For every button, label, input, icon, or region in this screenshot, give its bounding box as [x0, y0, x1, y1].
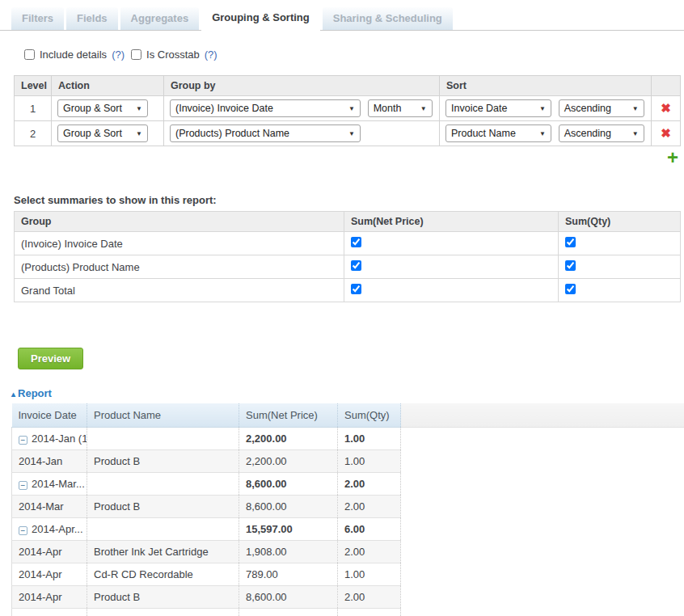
groupby-select-value: (Products) Product Name [175, 128, 289, 139]
sort-order-value: Ascending [564, 103, 611, 114]
chevron-down-icon: ▼ [632, 105, 639, 112]
summaries-header-netprice: Sum(Net Price) [344, 212, 559, 232]
summaries-header-group: Group [15, 212, 344, 232]
date-cell: 2014-Apr [12, 563, 87, 586]
date-granularity-select[interactable]: Month ▼ [368, 99, 433, 117]
sort-order-select[interactable]: Ascending ▼ [559, 124, 644, 142]
action-select[interactable]: Group & Sort ▼ [57, 99, 148, 117]
tab-sharing-scheduling[interactable]: Sharing & Scheduling [323, 7, 453, 30]
report-header-product-name: Product Name [87, 403, 239, 428]
chevron-down-icon: ▼ [539, 130, 546, 137]
delete-row-icon[interactable]: ✖ [652, 96, 681, 121]
summary-row-invoice-date: (Invoice) Invoice Date [15, 232, 681, 255]
group-cell: 2014-Jan (1) [32, 432, 87, 445]
qty-cell: 2.00 [338, 473, 401, 496]
sort-order-select[interactable]: Ascending ▼ [559, 99, 644, 117]
tab-filters[interactable]: Filters [11, 7, 64, 30]
qty-cell: 1.00 [338, 609, 401, 616]
summary-group-label: Grand Total [15, 279, 344, 302]
grouping-header-row: Level Action Group by Sort [15, 76, 681, 96]
netprice-checkbox[interactable] [351, 260, 361, 271]
include-details-label: Include details [40, 49, 107, 61]
groupby-select[interactable]: (Invoice) Invoice Date ▼ [170, 99, 361, 117]
grouping-header-actions [652, 76, 681, 96]
summaries-title: Select summaries to show in this report: [14, 194, 684, 206]
netprice-cell: 2,200.00 [239, 450, 338, 473]
qty-cell: 1.00 [338, 450, 401, 473]
summary-row-product-name: (Products) Product Name [15, 255, 681, 279]
netprice-checkbox[interactable] [351, 237, 361, 247]
collapse-group-icon[interactable]: − [19, 481, 27, 490]
collapse-triangle-icon: ▴ [11, 390, 15, 399]
report-detail-row: 2014-Apr Brother Ink Jet Cartridge 1,908… [12, 541, 684, 563]
tab-aggregates[interactable]: Aggregates [120, 7, 200, 30]
qty-cell: 1.00 [338, 563, 401, 586]
report-group-row: −2014-Apr... 15,597.00 6.00 [12, 518, 684, 541]
qty-cell: 2.00 [338, 541, 401, 563]
group-cell: 2014-Mar... [32, 478, 85, 490]
report-detail-row: 2014-Apr Cd-R CD Recordable 789.00 1.00 [12, 563, 684, 586]
groupby-select[interactable]: (Products) Product Name ▼ [170, 124, 361, 142]
date-cell: 2014-Apr [12, 609, 87, 616]
report-detail-row: 2014-Apr Product C 4,300.00 1.00 [12, 609, 684, 616]
report-header-filler [401, 403, 684, 428]
netprice-cell: 15,597.00 [239, 518, 338, 541]
netprice-cell: 8,600.00 [239, 496, 338, 518]
grouping-header-sort: Sort [440, 76, 652, 96]
include-details-checkbox[interactable] [24, 49, 35, 60]
include-details-help-icon[interactable]: (?) [112, 49, 125, 61]
chevron-down-icon: ▼ [136, 130, 142, 137]
is-crosstab-checkbox[interactable] [131, 49, 141, 60]
tab-fields[interactable]: Fields [66, 7, 118, 30]
tab-bar: Filters Fields Aggregates Grouping & Sor… [0, 6, 684, 31]
collapse-group-icon[interactable]: − [19, 526, 27, 535]
sort-field-select[interactable]: Product Name ▼ [445, 124, 551, 142]
qty-checkbox[interactable] [565, 237, 576, 247]
is-crosstab-help-icon[interactable]: (?) [205, 49, 217, 61]
is-crosstab-label: Is Crosstab [146, 49, 200, 61]
date-cell: 2014-Jan [12, 450, 87, 473]
add-level-icon[interactable]: + [667, 150, 680, 166]
product-cell: Cd-R CD Recordable [87, 563, 239, 586]
netprice-checkbox[interactable] [351, 284, 361, 294]
netprice-cell: 8,600.00 [239, 473, 338, 496]
summaries-header-row: Group Sum(Net Price) Sum(Qty) [15, 212, 681, 232]
delete-row-icon[interactable]: ✖ [652, 121, 681, 146]
grouping-table: Level Action Group by Sort 1 Group & Sor… [14, 75, 681, 146]
qty-checkbox[interactable] [565, 260, 576, 271]
groupby-select-value: (Invoice) Invoice Date [175, 103, 273, 114]
date-cell: 2014-Mar [12, 496, 87, 518]
summaries-table: Group Sum(Net Price) Sum(Qty) (Invoice) … [14, 211, 681, 302]
qty-cell: 6.00 [338, 518, 401, 541]
chevron-down-icon: ▼ [539, 105, 546, 112]
product-cell [87, 518, 239, 541]
report-header-qty: Sum(Qty) [338, 403, 401, 428]
qty-checkbox[interactable] [565, 284, 576, 294]
sort-field-select[interactable]: Invoice Date ▼ [445, 99, 551, 117]
product-cell: Product C [87, 609, 239, 616]
sort-order-value: Ascending [564, 128, 611, 139]
netprice-cell: 789.00 [239, 563, 338, 586]
report-detail-row: 2014-Apr Product B 8,600.00 2.00 [12, 586, 684, 609]
date-cell: 2014-Apr [12, 541, 87, 563]
summary-group-label: (Invoice) Invoice Date [15, 232, 344, 255]
collapse-group-icon[interactable]: − [19, 436, 27, 445]
action-select[interactable]: Group & Sort ▼ [57, 124, 148, 142]
product-cell [87, 473, 239, 496]
include-details-option: Include details (?) [24, 49, 125, 61]
sort-field-value: Product Name [451, 128, 516, 139]
action-select-value: Group & Sort [63, 128, 122, 139]
preview-button[interactable]: Preview [18, 348, 83, 369]
tab-grouping-sorting[interactable]: Grouping & Sorting [201, 6, 320, 31]
product-cell: Product B [87, 586, 239, 609]
group-cell: 2014-Apr... [32, 523, 83, 535]
summary-row-grand-total: Grand Total [15, 279, 681, 302]
date-granularity-value: Month [374, 103, 402, 114]
chevron-down-icon: ▼ [632, 130, 639, 137]
grouping-row-1: 1 Group & Sort ▼ (Invoice) Invoice Date … [15, 96, 681, 121]
product-cell: Brother Ink Jet Cartridge [87, 541, 239, 563]
level-value: 2 [15, 121, 52, 146]
action-select-value: Group & Sort [63, 103, 122, 114]
report-header-invoice-date: Invoice Date [12, 403, 87, 428]
report-section-toggle[interactable]: ▴Report [11, 387, 684, 399]
